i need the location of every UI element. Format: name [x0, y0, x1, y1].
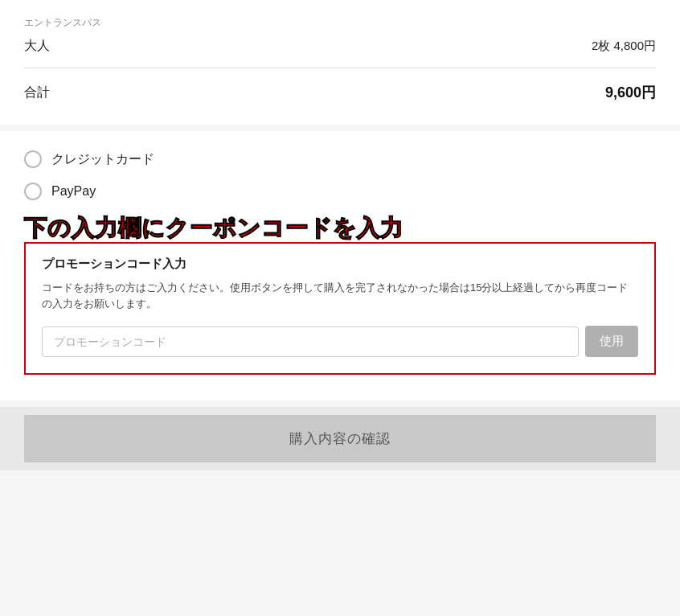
- payment-option-credit[interactable]: クレジットカード: [24, 150, 656, 168]
- bottom-section: 購入内容の確認: [0, 407, 680, 470]
- confirm-button[interactable]: 購入内容の確認: [24, 415, 656, 462]
- radio-paypay[interactable]: [24, 183, 42, 200]
- item-name: 大人: [24, 38, 50, 55]
- item-quantity-price: 2枚 4,800円: [592, 39, 656, 54]
- promo-title: プロモーションコード入力: [42, 257, 638, 272]
- total-price: 9,600円: [605, 83, 656, 102]
- payment-option-paypay[interactable]: PayPay: [24, 183, 656, 200]
- order-item-row: 大人 2枚 4,800円: [24, 33, 656, 68]
- payment-label-credit: クレジットカード: [51, 151, 154, 168]
- instruction-text: 下の入力欄にクーポンコードを入力: [24, 215, 656, 242]
- promo-input[interactable]: [42, 326, 579, 357]
- promo-section: プロモーションコード入力 コードをお持ちの方はご入力ください。使用ボタンを押して…: [24, 242, 656, 376]
- use-button[interactable]: 使用: [585, 326, 638, 357]
- promo-description: コードをお持ちの方はご入力ください。使用ボタンを押して購入を完了されなかった場合…: [42, 280, 638, 314]
- payment-label-paypay: PayPay: [51, 184, 96, 199]
- item-label: エントランスパス: [24, 16, 656, 30]
- payment-section: クレジットカード PayPay 下の入力欄にクーポンコードを入力 プロモーション…: [0, 131, 680, 400]
- total-row: 合計 9,600円: [24, 68, 656, 109]
- total-label: 合計: [24, 84, 50, 101]
- radio-credit[interactable]: [24, 150, 42, 168]
- order-summary: エントランスパス 大人 2枚 4,800円 合計 9,600円: [0, 0, 680, 125]
- page-container: エントランスパス 大人 2枚 4,800円 合計 9,600円 クレジットカード…: [0, 0, 680, 616]
- promo-input-row: 使用: [42, 326, 638, 357]
